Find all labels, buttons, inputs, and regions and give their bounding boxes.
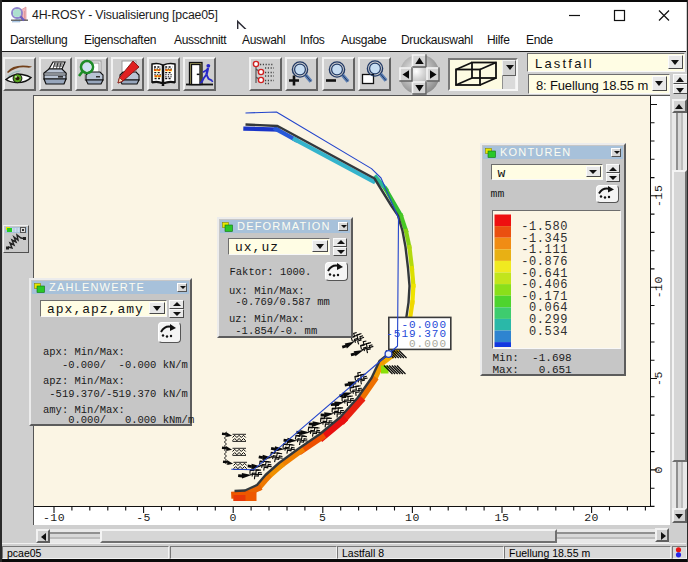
- svg-text:0.000: 0.000: [409, 338, 447, 350]
- svg-text:-15: -15: [652, 184, 665, 206]
- svg-text:5: 5: [319, 510, 326, 523]
- svg-text:-10: -10: [652, 276, 665, 298]
- svg-text:-5: -5: [652, 371, 665, 386]
- svg-text:0: 0: [229, 510, 236, 523]
- svg-text:15: 15: [495, 510, 510, 523]
- svg-text:-10: -10: [43, 510, 65, 523]
- svg-text:20: 20: [584, 510, 599, 523]
- svg-text:0.534: 0.534: [529, 324, 568, 338]
- svg-text:0: 0: [652, 466, 665, 473]
- svg-text:-5: -5: [136, 510, 151, 523]
- svg-text:10: 10: [405, 510, 420, 523]
